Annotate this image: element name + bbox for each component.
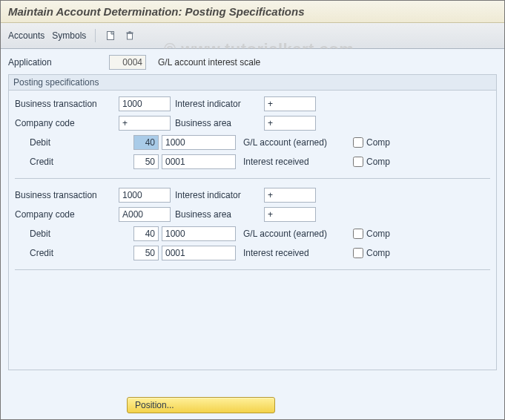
company-code-field[interactable] <box>119 207 171 222</box>
business-area-label: Business area <box>175 118 264 128</box>
debit-comp-input[interactable] <box>353 229 363 239</box>
application-row: Application G/L account interest scale <box>8 55 497 70</box>
application-field[interactable] <box>109 55 146 70</box>
business-area-field[interactable] <box>264 207 316 222</box>
debit-account-desc: G/L account (earned) <box>243 137 347 148</box>
credit-posting-key[interactable] <box>133 154 159 169</box>
interest-indicator-field[interactable] <box>264 96 316 111</box>
posting-spec-group: Posting specifications Business transact… <box>8 74 497 370</box>
business-transaction-field[interactable] <box>119 188 171 203</box>
svg-rect-2 <box>127 33 133 34</box>
position-button[interactable]: Position... <box>127 397 275 413</box>
body-area: Application G/L account interest scale P… <box>1 49 504 394</box>
interest-indicator-label: Interest indicator <box>175 190 264 200</box>
application-label: Application <box>8 57 105 68</box>
debit-comp-input[interactable] <box>353 137 363 148</box>
credit-posting-key[interactable] <box>133 246 159 260</box>
credit-account-desc: Interest received <box>243 248 347 258</box>
title-bar: Maintain Account Determination: Posting … <box>1 1 504 23</box>
bottom-bar: Position... <box>1 394 504 419</box>
app-frame: Maintain Account Determination: Posting … <box>0 0 505 420</box>
debit-account-field[interactable] <box>162 135 236 150</box>
business-area-field[interactable] <box>264 116 316 131</box>
credit-label: Credit <box>15 157 133 167</box>
business-transaction-label: Business transaction <box>15 99 119 109</box>
svg-rect-1 <box>128 33 133 39</box>
credit-comp-input[interactable] <box>353 248 363 258</box>
credit-comp-checkbox[interactable]: Comp <box>353 248 390 258</box>
credit-account-desc: Interest received <box>243 157 347 167</box>
toolbar: Accounts Symbols © www.tutorialkart.com <box>1 23 504 49</box>
company-code-label: Company code <box>15 118 119 128</box>
posting-block: Business transaction Interest indicator … <box>15 186 490 262</box>
accounts-menu[interactable]: Accounts <box>8 30 44 41</box>
business-transaction-label: Business transaction <box>15 190 119 200</box>
business-area-label: Business area <box>175 209 264 220</box>
debit-comp-checkbox[interactable]: Comp <box>353 229 390 239</box>
symbols-menu[interactable]: Symbols <box>52 30 86 41</box>
page-title: Maintain Account Determination: Posting … <box>8 5 497 18</box>
debit-comp-checkbox[interactable]: Comp <box>353 137 390 148</box>
group-body: Business transaction Interest indicator … <box>9 91 496 370</box>
comp-label: Comp <box>366 137 390 148</box>
posting-block: Business transaction Interest indicator … <box>15 95 490 171</box>
block-divider <box>15 269 490 270</box>
business-transaction-field[interactable] <box>119 96 171 111</box>
debit-posting-key[interactable] <box>133 226 159 241</box>
company-code-field[interactable] <box>119 116 171 131</box>
interest-indicator-label: Interest indicator <box>175 99 264 109</box>
comp-label: Comp <box>366 248 390 258</box>
comp-label: Comp <box>366 157 390 167</box>
credit-label: Credit <box>15 248 133 258</box>
toolbar-divider <box>95 29 96 42</box>
empty-area <box>15 278 490 367</box>
company-code-label: Company code <box>15 209 119 220</box>
debit-label: Debit <box>15 137 133 148</box>
debit-account-desc: G/L account (earned) <box>243 229 347 239</box>
delete-icon[interactable] <box>124 30 136 42</box>
credit-account-field[interactable] <box>162 246 236 260</box>
debit-posting-key[interactable] <box>133 135 159 150</box>
interest-indicator-field[interactable] <box>264 188 316 203</box>
block-divider <box>15 178 490 179</box>
comp-label: Comp <box>366 229 390 239</box>
credit-comp-checkbox[interactable]: Comp <box>353 157 390 167</box>
application-desc: G/L account interest scale <box>158 57 260 68</box>
credit-comp-input[interactable] <box>353 157 363 167</box>
debit-label: Debit <box>15 229 133 239</box>
svg-rect-3 <box>129 31 131 33</box>
debit-account-field[interactable] <box>162 226 236 241</box>
credit-account-field[interactable] <box>162 154 236 169</box>
new-icon[interactable] <box>105 30 116 42</box>
group-title: Posting specifications <box>9 75 496 91</box>
